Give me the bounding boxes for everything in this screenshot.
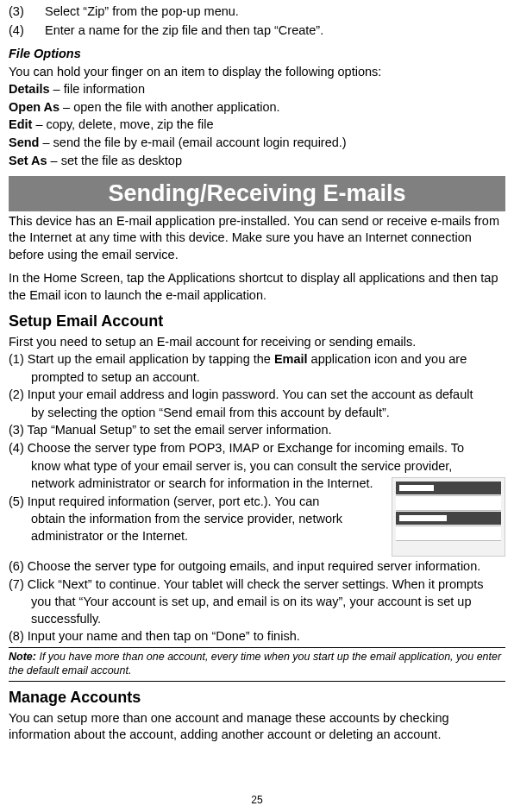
text-suffix: application icon and you are — [308, 352, 467, 366]
option-name: Send — [9, 135, 39, 149]
option-send: Send – send the file by e-mail (email ac… — [9, 135, 505, 152]
setup-email-intro: First you need to setup an E-mail accoun… — [9, 334, 505, 351]
option-open-as: Open As – open the file with another app… — [9, 99, 505, 116]
page-number: 25 — [0, 793, 514, 807]
option-desc: – file information — [50, 82, 145, 96]
setup-step-2-line-2: by selecting the option “Send email from… — [9, 405, 505, 422]
setup-step-8: (8) Input your name and then tap on “Don… — [9, 628, 505, 645]
setup-step-2-line-1: (2) Input your email address and login p… — [9, 387, 505, 404]
note-label: Note: — [9, 651, 36, 663]
option-name: Set As — [9, 154, 47, 167]
option-set-as: Set As – set the file as desktop — [9, 153, 505, 170]
setup-step-4-line-1: (4) Choose the server type from POP3, IM… — [9, 440, 505, 457]
setup-step-1-line-1: (1) Start up the email application by ta… — [9, 351, 505, 368]
step-3: (3) Select “Zip” from the pop-up menu. — [9, 3, 505, 21]
step-text: Enter a name for the zip file and then t… — [45, 22, 505, 40]
setup-step-7-line-1: (7) Click “Next” to continue. Your table… — [9, 576, 505, 594]
setup-email-heading: Setup Email Account — [9, 311, 505, 331]
step-number: (3) — [9, 3, 45, 21]
option-name: Open As — [9, 100, 60, 114]
setup-step-7-line-2: you that “Your account is set up, and em… — [9, 594, 505, 627]
option-edit: Edit – copy, delete, move, zip the file — [9, 116, 505, 134]
option-name: Edit — [9, 117, 32, 131]
email-intro-para-1: This device has an E-mail application pr… — [9, 213, 505, 264]
email-intro-para-2: In the Home Screen, tap the Applications… — [9, 270, 505, 304]
text-prefix: (1) Start up the email application by ta… — [9, 352, 274, 366]
step-4: (4) Enter a name for the zip file and th… — [9, 22, 505, 40]
option-desc: – set the file as desktop — [47, 154, 182, 167]
setup-step-1-line-2: prompted to setup an account. — [9, 369, 505, 387]
email-server-screenshot — [392, 477, 505, 557]
option-details: Details – file information — [9, 81, 505, 98]
setup-step-6: (6) Choose the server type for outgoing … — [9, 558, 505, 576]
manage-accounts-text: You can setup more than one account and … — [9, 710, 505, 744]
step-text: Select “Zip” from the pop-up menu. — [45, 3, 505, 21]
step-number: (4) — [9, 22, 45, 40]
option-desc: – open the file with another application… — [60, 100, 280, 114]
option-desc: – send the file by e-mail (email account… — [39, 135, 346, 149]
email-bold: Email — [274, 352, 308, 366]
manage-accounts-heading: Manage Accounts — [9, 687, 505, 708]
file-options-intro: You can hold your finger on an item to d… — [9, 64, 505, 81]
file-options-heading: File Options — [9, 46, 505, 63]
option-name: Details — [9, 82, 50, 96]
note-text: If you have more than one account, every… — [9, 651, 501, 677]
option-desc: – copy, delete, move, zip the file — [32, 117, 213, 131]
section-banner-email: Sending/Receiving E-mails — [9, 176, 505, 211]
setup-step-4-line-2: know what type of your email server is, … — [9, 458, 505, 475]
note-rule-bottom — [9, 681, 505, 682]
note-block: Note: If you have more than one account,… — [9, 648, 505, 680]
setup-step-3: (3) Tap “Manual Setup” to set the email … — [9, 422, 505, 439]
